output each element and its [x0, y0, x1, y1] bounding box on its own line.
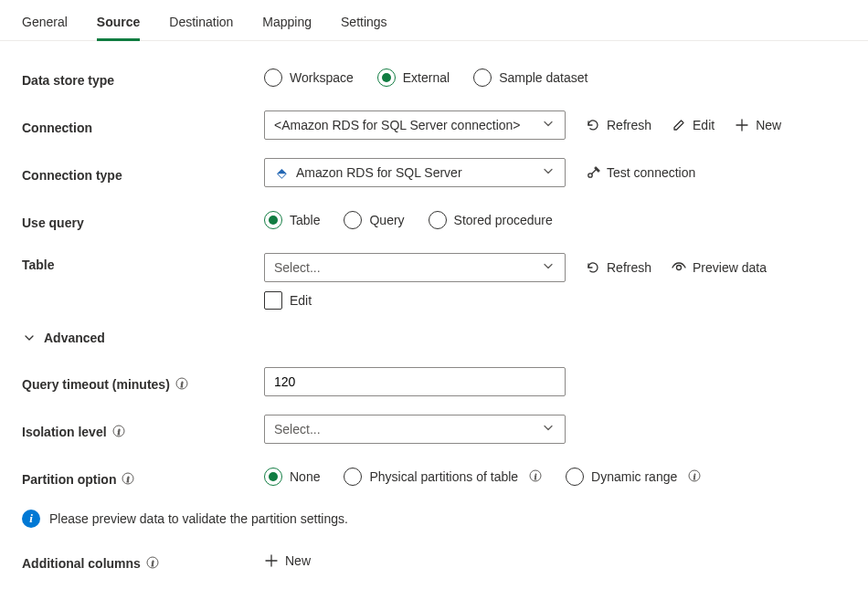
- add-column-button[interactable]: New: [264, 553, 311, 568]
- info-icon[interactable]: [529, 469, 542, 482]
- query-timeout-input[interactable]: [274, 368, 537, 395]
- connection-select[interactable]: <Amazon RDS for SQL Server connection>: [264, 110, 566, 140]
- table-label: Table: [22, 253, 264, 272]
- info-icon[interactable]: [175, 377, 188, 390]
- edit-connection-button[interactable]: Edit: [672, 118, 715, 132]
- table-select[interactable]: Select...: [264, 253, 566, 282]
- tab-bar: General Source Destination Mapping Setti…: [0, 0, 868, 41]
- chevron-down-icon: [541, 164, 556, 182]
- isolation-level-label: Isolation level: [22, 420, 264, 439]
- plus-icon: [264, 553, 279, 568]
- data-store-type-label: Data store type: [22, 68, 264, 88]
- cube-icon: ⬘: [274, 165, 289, 180]
- radio-partition-dynamic[interactable]: Dynamic range: [566, 468, 701, 486]
- isolation-level-select[interactable]: Select...: [264, 415, 566, 444]
- connection-type-label: Connection type: [22, 163, 264, 183]
- radio-partition-physical[interactable]: Physical partitions of table: [344, 468, 542, 486]
- test-connection-button[interactable]: Test connection: [586, 165, 695, 180]
- new-connection-button[interactable]: New: [735, 118, 781, 132]
- chevron-down-icon: [541, 117, 556, 134]
- radio-query[interactable]: Query: [344, 211, 404, 229]
- info-icon[interactable]: [688, 469, 701, 482]
- use-query-label: Use query: [22, 211, 264, 230]
- tab-mapping[interactable]: Mapping: [262, 7, 312, 41]
- refresh-table-button[interactable]: Refresh: [586, 260, 651, 275]
- radio-stored-procedure[interactable]: Stored procedure: [429, 211, 553, 229]
- partition-option-label: Partition option: [22, 468, 264, 487]
- radio-table[interactable]: Table: [264, 211, 320, 229]
- tab-destination[interactable]: Destination: [169, 7, 233, 41]
- advanced-expander[interactable]: Advanced: [22, 331, 105, 345]
- plus-icon: [735, 118, 749, 132]
- edit-table-checkbox[interactable]: Edit: [264, 291, 312, 310]
- tab-general[interactable]: General: [22, 7, 68, 41]
- refresh-connection-button[interactable]: Refresh: [586, 118, 651, 132]
- partition-info-note: i Please preview data to validate the pa…: [22, 510, 846, 528]
- query-timeout-input-wrapper: [264, 367, 566, 396]
- radio-partition-none[interactable]: None: [264, 468, 320, 486]
- preview-data-button[interactable]: Preview data: [672, 260, 767, 275]
- chevron-down-icon: [22, 331, 37, 345]
- info-icon: i: [22, 510, 40, 528]
- connection-type-select[interactable]: ⬘ Amazon RDS for SQL Server: [264, 158, 566, 187]
- tab-source[interactable]: Source: [97, 7, 140, 41]
- tab-settings[interactable]: Settings: [341, 7, 387, 41]
- chevron-down-icon: [541, 259, 556, 277]
- chevron-down-icon: [541, 421, 556, 438]
- eye-icon: [672, 260, 686, 275]
- info-icon[interactable]: [112, 425, 125, 437]
- radio-workspace[interactable]: Workspace: [264, 68, 354, 87]
- radio-external[interactable]: External: [377, 68, 450, 87]
- info-icon[interactable]: [122, 472, 134, 485]
- additional-columns-label: Additional columns: [22, 552, 264, 571]
- query-timeout-label: Query timeout (minutes): [22, 373, 264, 392]
- plug-icon: [586, 165, 600, 180]
- refresh-icon: [586, 260, 600, 275]
- radio-sample-dataset[interactable]: Sample dataset: [473, 68, 587, 87]
- info-icon[interactable]: [146, 556, 159, 569]
- connection-label: Connection: [22, 116, 264, 135]
- edit-icon: [672, 118, 686, 132]
- refresh-icon: [586, 118, 600, 132]
